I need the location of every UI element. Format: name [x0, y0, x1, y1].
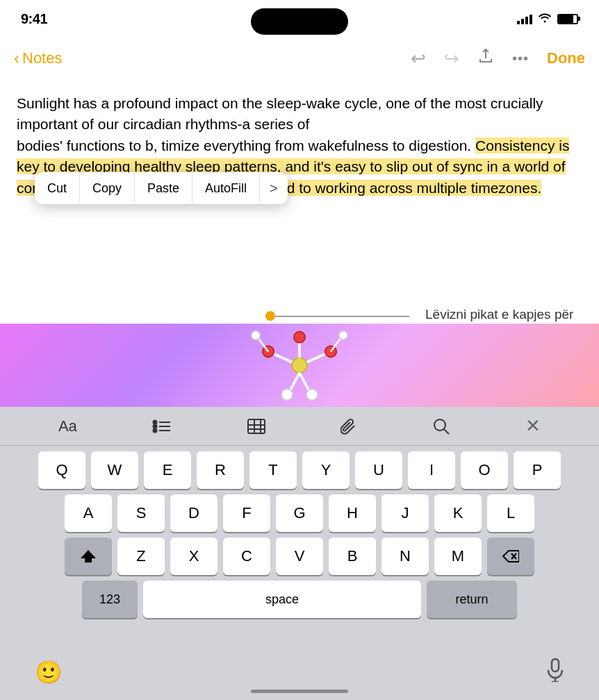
svg-point-15	[153, 420, 156, 424]
mic-button[interactable]	[546, 658, 564, 687]
key-e[interactable]: E	[144, 451, 191, 489]
context-menu: Cut Copy Paste AutoFill >	[35, 172, 288, 204]
keyboard-row-2: A S D F G H J K L	[0, 489, 599, 532]
key-t[interactable]: T	[249, 451, 297, 489]
cut-button[interactable]: Cut	[35, 172, 80, 204]
molecule-svg	[237, 327, 362, 403]
svg-marker-28	[81, 550, 96, 562]
key-l[interactable]: L	[487, 494, 534, 532]
note-paragraph-1: Sunlight has a profound impact on the sl…	[17, 95, 543, 132]
back-label: Notes	[22, 49, 62, 67]
share-button[interactable]	[477, 48, 494, 69]
key-r[interactable]: R	[197, 451, 244, 489]
done-button[interactable]: Done	[547, 49, 585, 67]
nav-bar: ‹ Notes ↩ ↪ ••• Done	[0, 38, 599, 79]
search-format-button[interactable]	[432, 417, 450, 435]
home-indicator	[251, 690, 348, 693]
dynamic-island	[251, 8, 348, 35]
key-u[interactable]: U	[355, 451, 402, 489]
key-i[interactable]: I	[408, 451, 455, 489]
signal-icon	[517, 13, 532, 24]
key-g[interactable]: G	[276, 494, 323, 532]
key-p[interactable]: P	[514, 451, 561, 489]
key-y[interactable]: Y	[302, 451, 350, 489]
back-button[interactable]: ‹ Notes	[14, 49, 62, 68]
svg-rect-21	[248, 419, 265, 433]
svg-point-16	[153, 424, 156, 428]
close-format-button[interactable]: ✕	[525, 415, 541, 437]
undo-button[interactable]: ↩	[411, 48, 426, 69]
list-button[interactable]	[152, 419, 172, 434]
status-time: 9:41	[21, 11, 47, 27]
svg-point-12	[252, 331, 261, 340]
keyboard-row-1: Q W E R T Y U I O P	[0, 446, 599, 489]
emoji-button[interactable]: 🙂	[35, 659, 63, 685]
copy-button[interactable]: Copy	[80, 172, 135, 204]
redo-button[interactable]: ↪	[444, 48, 459, 69]
more-options-button[interactable]: >	[260, 172, 288, 204]
svg-point-17	[153, 428, 156, 432]
battery-icon	[557, 14, 578, 24]
svg-line-27	[444, 429, 449, 434]
keyboard-row-3: Z X C V B N M	[0, 532, 599, 575]
space-key[interactable]: space	[143, 581, 421, 618]
nav-actions: ↩ ↪ ••• Done	[411, 48, 585, 69]
key-h[interactable]: H	[329, 494, 376, 532]
wifi-icon	[538, 12, 552, 26]
font-label: Aa	[58, 417, 77, 435]
key-s[interactable]: S	[117, 494, 165, 532]
key-c[interactable]: C	[223, 538, 270, 575]
svg-line-3	[307, 353, 328, 362]
chevron-left-icon: ‹	[14, 49, 19, 68]
status-icons	[517, 12, 578, 26]
key-j[interactable]: J	[381, 494, 429, 532]
autofill-button[interactable]: AutoFill	[192, 172, 260, 204]
key-m[interactable]: M	[434, 538, 482, 575]
key-o[interactable]: O	[461, 451, 508, 489]
svg-line-9	[300, 373, 309, 390]
return-key[interactable]: return	[427, 581, 517, 618]
key-q[interactable]: Q	[38, 451, 85, 489]
key-z[interactable]: Z	[117, 538, 165, 575]
key-b[interactable]: B	[329, 538, 376, 575]
svg-point-26	[434, 419, 445, 431]
svg-point-14	[339, 331, 348, 340]
svg-rect-31	[552, 659, 559, 672]
svg-point-2	[294, 331, 305, 342]
key-f[interactable]: F	[223, 494, 270, 532]
key-n[interactable]: N	[381, 538, 429, 575]
font-button[interactable]: Aa	[58, 417, 77, 435]
svg-line-5	[272, 353, 293, 362]
key-k[interactable]: K	[434, 494, 482, 532]
key-a[interactable]: A	[65, 494, 112, 532]
svg-point-0	[292, 358, 307, 373]
key-d[interactable]: D	[170, 494, 218, 532]
more-button[interactable]: •••	[512, 51, 529, 67]
format-toolbar: Aa ✕	[0, 407, 599, 446]
table-button[interactable]	[247, 418, 266, 435]
shift-key[interactable]	[65, 538, 112, 575]
delete-key[interactable]	[487, 538, 534, 575]
svg-line-7	[290, 373, 300, 390]
paste-button[interactable]: Paste	[135, 172, 192, 204]
keyboard-row-bottom: 123 space return	[0, 575, 599, 618]
svg-point-8	[281, 389, 293, 400]
key-x[interactable]: X	[170, 538, 218, 575]
selection-handle-bottom[interactable]	[265, 311, 275, 321]
note-image	[0, 324, 599, 407]
close-icon: ✕	[525, 415, 541, 437]
note-paragraph-2: bodies' functions to b, timize everythin…	[17, 138, 471, 153]
attach-button[interactable]	[340, 417, 357, 435]
numbers-key[interactable]: 123	[82, 581, 138, 618]
selection-callout-line	[270, 316, 409, 317]
key-v[interactable]: V	[276, 538, 323, 575]
svg-point-10	[306, 389, 318, 400]
key-w[interactable]: W	[91, 451, 138, 489]
